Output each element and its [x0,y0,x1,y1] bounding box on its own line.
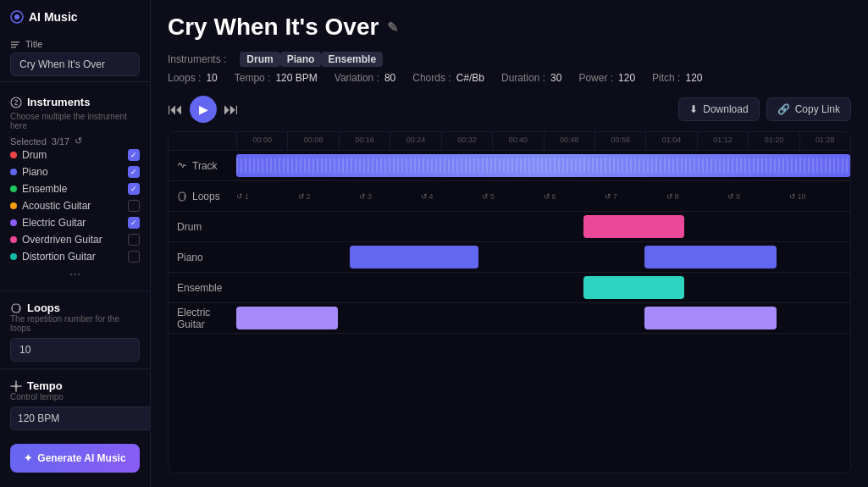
instrument-tab-piano[interactable]: Piano [280,52,322,67]
instrument-row-content[interactable] [236,273,850,302]
ruler-mark: 01:12 [697,132,748,150]
param-variation: Variation : 80 [334,72,396,84]
instruments-tabs-row: Instruments : DrumPianoEnsemble [168,53,851,65]
title-chip[interactable]: Cry When It's Over [10,53,140,76]
track-content[interactable] [236,151,850,180]
instrument-checkbox[interactable] [128,149,140,161]
svg-point-1 [14,14,19,19]
play-button[interactable]: ▶ [190,96,217,123]
instruments-hint: Choose multiple the instrument here [10,112,140,130]
more-dots: ··· [10,265,140,284]
instrument-color-dot [10,236,17,243]
waveform-icon [177,161,187,171]
instrument-checkbox[interactable] [128,183,140,195]
ruler-mark: 00:56 [594,132,645,150]
instrument-checkbox[interactable] [128,200,140,212]
ruler-mark: 00:40 [492,132,543,150]
loops-content: ↺1↺2↺3↺4↺5↺6↺7↺8↺9↺10 [236,181,850,211]
loops-row: Loops ↺1↺2↺3↺4↺5↺6↺7↺8↺9↺10 [169,181,850,212]
param-power: Power : 120 [578,72,635,84]
instruments-header: Instruments [10,96,140,108]
skip-back-button[interactable]: ⏮ [168,101,183,119]
instrument-color-dot [10,219,17,226]
selected-count: 3/17 [52,136,69,147]
tempo-input[interactable] [10,407,151,430]
instrument-row-content[interactable] [236,242,850,272]
ruler-mark: 01:04 [645,132,696,150]
instrument-left: Piano [10,166,48,178]
instrument-left: Overdriven Guitar [10,234,102,246]
instrument-row-label: Electric Guitar [169,307,236,330]
param-duration: Duration : 30 [501,72,561,84]
instrument-color-dot [10,185,17,192]
app-title: AI Music [29,10,78,24]
app-header: AI Music [0,10,150,34]
instrument-list: Drum Piano Ensemble Acoustic Guitar Elec… [10,147,140,265]
instrument-row-electric-guitar: Electric Guitar [169,303,850,334]
instrument-checkbox[interactable] [128,217,140,229]
download-icon: ⬇ [689,103,698,115]
param-pitch: Pitch : 120 [652,72,702,84]
ruler-mark: 01:20 [748,132,799,150]
instruments-section: Instruments Choose multiple the instrume… [0,89,150,291]
link-icon: 🔗 [777,103,790,115]
instruments-title: Instruments [10,96,90,108]
copy-link-button[interactable]: 🔗 Copy Link [766,97,851,121]
instrument-segment [236,307,338,329]
instrument-segment [583,215,685,238]
title-icon [10,39,20,49]
edit-icon[interactable]: ✎ [387,19,398,36]
generate-button[interactable]: ✦ Generate AI Music [10,444,140,473]
loops-title: Loops [10,302,140,314]
instrument-color-dot [10,202,17,209]
instrument-color-dot [10,152,17,158]
title-section: Title Cry When It's Over [0,34,150,82]
playback-controls: ⏮ ▶ ⏭ [168,96,239,123]
skip-forward-button[interactable]: ⏭ [224,101,239,119]
instrument-left: Drum [10,149,47,161]
instruments-tabs: DrumPianoEnsemble [240,53,383,65]
refresh-icon[interactable]: ↺ [75,136,82,147]
loop-marker: ↺3 [359,192,372,201]
loops-hint: The repetition number for the loops [10,314,140,333]
instrument-segment [644,246,777,268]
instrument-left: Ensemble [10,183,67,195]
ruler-mark: 00:00 [236,132,287,150]
tempo-controls: − + [10,407,140,430]
instrument-row-content[interactable] [236,303,850,333]
loop-marker: ↺4 [421,192,434,201]
instrument-name: Distortion Guitar [22,251,96,263]
download-button[interactable]: ⬇ Download [678,97,759,121]
instrument-segment [583,276,685,299]
instrument-row-piano: Piano [169,242,850,273]
selected-label: Selected 3/17 ↺ [10,136,140,147]
instrument-color-dot [10,169,17,175]
instrument-row-content[interactable] [236,212,850,241]
instrument-checkbox[interactable] [128,166,140,178]
instrument-checkbox[interactable] [128,234,140,246]
instrument-tab-ensemble[interactable]: Ensemble [321,52,383,67]
instrument-row-drum: Drum [169,212,850,242]
instrument-item: Ensemble [10,180,140,197]
instrument-item: Drum [10,147,140,163]
tempo-icon [10,380,22,392]
instrument-tab-drum[interactable]: Drum [240,52,279,67]
loops-icon [10,302,22,314]
instrument-row-label: Ensemble [169,282,236,294]
music-icon [10,10,24,24]
main-content: Cry When It's Over ✎ Instruments : DrumP… [151,0,868,487]
param-loops: Loops : 10 [168,72,218,84]
loops-track-icon [177,191,187,202]
loop-marker: ↺6 [544,192,556,201]
instrument-checkbox[interactable] [128,251,140,263]
ruler-mark: 00:32 [441,132,492,150]
ruler-mark: 01:28 [799,132,850,150]
loops-input[interactable] [10,338,140,362]
instrument-row-ensemble: Ensemble [169,273,850,303]
param-tempo: Tempo : 120 BPM [235,72,318,84]
instrument-name: Overdriven Guitar [22,234,102,246]
instrument-segment [644,307,777,329]
track-label: Track [169,160,236,172]
waveform-inner [236,158,850,172]
loop-marker: ↺9 [727,192,740,201]
